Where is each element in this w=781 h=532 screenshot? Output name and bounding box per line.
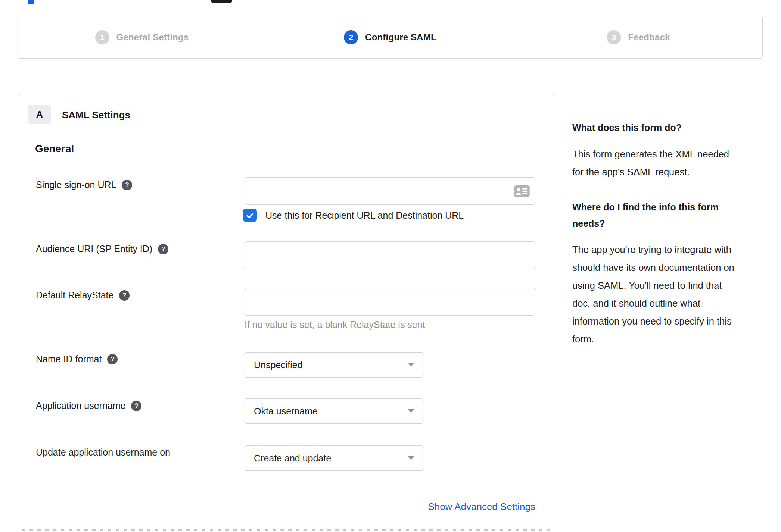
relay-state-label: Default RelayState ? (36, 290, 130, 301)
help-body-what: This form generates the XML needed for t… (572, 145, 776, 181)
application-username-select[interactable]: Okta username (244, 398, 424, 424)
update-username-label-text: Update application username on (36, 447, 170, 458)
name-id-format-label-text: Name ID format (36, 354, 102, 364)
application-username-value: Okta username (254, 406, 318, 417)
update-username-value: Create and update (254, 453, 331, 464)
checkmark-icon (245, 211, 255, 220)
application-username-label: Application username ? (36, 400, 141, 411)
help-body-where: The app you're trying to integrate with … (572, 241, 776, 348)
name-id-format-value: Unspecified (254, 360, 303, 370)
update-username-label: Update application username on (36, 447, 170, 458)
contact-card-autofill-icon[interactable] (514, 185, 530, 197)
sso-url-label-text: Single sign-on URL (36, 179, 116, 190)
step-3-number-badge: 3 (607, 30, 621, 44)
step-configure-saml[interactable]: 2 Configure SAML (266, 16, 514, 58)
use-for-recipient-checkbox-label[interactable]: Use this for Recipient URL and Destinati… (265, 210, 464, 221)
audience-uri-label: Audience URI (SP Entity ID) ? (36, 244, 168, 254)
step-2-label: Configure SAML (365, 32, 436, 43)
relay-state-help-icon[interactable]: ? (119, 290, 130, 301)
section-a-badge: A (28, 105, 51, 124)
name-id-format-select[interactable]: Unspecified (244, 352, 424, 378)
help-sidebar: What does this form do? This form genera… (572, 122, 776, 348)
application-username-label-text: Application username (36, 400, 125, 411)
step-1-label: General Settings (116, 32, 189, 43)
step-2-number-badge: 2 (344, 30, 358, 44)
sso-url-label: Single sign-on URL ? (36, 179, 132, 190)
wizard-stepper: 1 General Settings 2 Configure SAML 3 Fe… (18, 16, 763, 59)
dashed-section-divider (22, 529, 551, 531)
help-heading-where: Where do I find the info this form needs… (572, 199, 776, 232)
clipped-heading-fragment (211, 0, 232, 3)
relay-state-input-wrap (244, 288, 536, 316)
clipped-blue-tab-fragment (28, 0, 34, 4)
audience-uri-input[interactable] (244, 241, 536, 269)
step-1-number-badge: 1 (95, 30, 109, 44)
chevron-down-icon (408, 409, 414, 413)
saml-configuration-page: 1 General Settings 2 Configure SAML 3 Fe… (0, 0, 781, 532)
name-id-format-label: Name ID format ? (36, 354, 118, 364)
update-username-select[interactable]: Create and update (244, 445, 424, 471)
audience-uri-help-icon[interactable]: ? (158, 244, 168, 254)
sso-url-input[interactable] (244, 177, 536, 205)
panel-title: SAML Settings (62, 109, 130, 121)
relay-state-label-text: Default RelayState (36, 290, 113, 301)
audience-uri-label-text: Audience URI (SP Entity ID) (36, 244, 152, 254)
name-id-format-help-icon[interactable]: ? (107, 354, 118, 364)
application-username-help-icon[interactable]: ? (131, 401, 141, 411)
step-3-label: Feedback (628, 32, 670, 43)
group-title-general: General (35, 143, 74, 155)
use-for-recipient-checkbox[interactable] (243, 209, 257, 222)
sso-url-help-icon[interactable]: ? (122, 180, 132, 190)
sso-url-input-wrap (244, 177, 536, 205)
saml-settings-panel: A SAML Settings General Single sign-on U… (18, 94, 555, 532)
chevron-down-icon (408, 363, 414, 367)
help-heading-what: What does this form do? (572, 122, 776, 134)
audience-uri-input-wrap (244, 241, 536, 269)
step-general-settings[interactable]: 1 General Settings (18, 16, 266, 58)
step-feedback: 3 Feedback (514, 16, 762, 58)
relay-state-input[interactable] (244, 288, 536, 316)
relay-state-helper-text: If no value is set, a blank RelayState i… (245, 319, 425, 330)
chevron-down-icon (408, 456, 414, 460)
show-advanced-settings-link[interactable]: Show Advanced Settings (428, 501, 535, 513)
